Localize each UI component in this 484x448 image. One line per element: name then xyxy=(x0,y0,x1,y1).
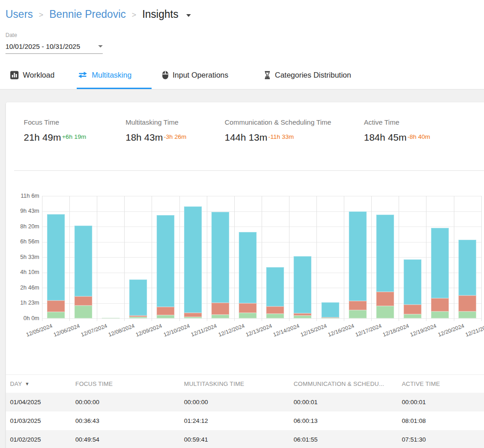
date-range-value: 10/01/2025 - 10/31/2025 xyxy=(5,42,80,50)
chevron-right-icon: > xyxy=(39,11,43,20)
daily-times-table: DAY▼FOCUS TIMEMULTITASKING TIMECOMMUNICA… xyxy=(6,374,484,448)
tab-categories-distribution[interactable]: Categories Distribution xyxy=(264,68,351,82)
column-header-label: DAY xyxy=(10,380,22,387)
bar-segment-focus[interactable] xyxy=(239,313,257,318)
bar-segment-communication[interactable] xyxy=(47,214,65,300)
bar-segment-focus[interactable] xyxy=(294,316,311,318)
bar-segment-focus[interactable] xyxy=(349,310,367,318)
tab-label: Multitasking xyxy=(92,71,132,79)
bar-segment-communication[interactable] xyxy=(458,240,476,295)
bar-segment-focus[interactable] xyxy=(47,312,65,318)
bar-segment-focus[interactable] xyxy=(184,317,202,318)
bar-segment-multitasking[interactable] xyxy=(157,307,174,315)
bar-segment-focus[interactable] xyxy=(129,317,147,318)
bar-segment-communication[interactable] xyxy=(431,228,449,298)
column-header-day[interactable]: DAY▼ xyxy=(10,380,75,387)
bar-segment-communication[interactable] xyxy=(294,256,311,313)
bar-segment-focus[interactable] xyxy=(431,311,449,318)
summary-card-value: 18h 43m xyxy=(126,132,163,142)
tab-workload[interactable]: Workload xyxy=(10,68,54,82)
breadcrumb-users-link[interactable]: Users xyxy=(5,8,33,21)
breadcrumb-user-link[interactable]: Bennie Predovic xyxy=(49,8,126,21)
bar-segment-multitasking[interactable] xyxy=(431,298,449,311)
column-header-label: COMMUNICATION & SCHEDU... xyxy=(294,380,384,387)
chevron-down-icon xyxy=(98,45,103,47)
column-header-active-time[interactable]: ACTIVE TIME xyxy=(402,380,484,387)
column-header-focus-time[interactable]: FOCUS TIME xyxy=(75,380,184,387)
cell-day: 01/03/2025 xyxy=(10,417,75,424)
summary-card-delta: -8h 40m xyxy=(407,133,430,140)
bar-segment-multitasking[interactable] xyxy=(211,303,229,315)
bar-segment-multitasking[interactable] xyxy=(294,313,311,316)
bar-segment-multitasking[interactable] xyxy=(239,303,257,313)
table-row: 01/04/202500:00:0000:00:0000:00:0100:00:… xyxy=(6,393,484,411)
bar-segment-communication[interactable] xyxy=(211,212,229,303)
insights-page: Users > Bennie Predovic > Insights Date … xyxy=(0,0,484,448)
tab-label: Categories Distribution xyxy=(275,71,351,79)
cell-time-value: 08:01:08 xyxy=(402,417,484,424)
summary-card-label: Communication & Scheduling Time xyxy=(225,118,331,126)
bar-segment-focus[interactable] xyxy=(376,306,394,318)
bar-segment-multitasking[interactable] xyxy=(47,300,65,312)
bar-segment-multitasking[interactable] xyxy=(404,305,421,314)
column-header-label: MULTITASKING TIME xyxy=(184,380,244,387)
bar-segment-multitasking[interactable] xyxy=(129,316,147,317)
bar-segment-communication[interactable] xyxy=(321,302,339,317)
bar-segment-communication[interactable] xyxy=(404,259,421,305)
hourglass-icon xyxy=(264,71,271,79)
tab-label: Input Operations xyxy=(173,71,228,79)
summary-card-value: 184h 45m xyxy=(364,132,406,142)
bar-segment-communication[interactable] xyxy=(157,215,174,307)
summary-card-value: 144h 13m xyxy=(225,132,267,142)
bar-segment-focus[interactable] xyxy=(74,306,92,318)
summary-card-label: Focus Time xyxy=(24,118,86,126)
table-header-row: DAY▼FOCUS TIMEMULTITASKING TIMECOMMUNICA… xyxy=(6,374,484,393)
summary-card-label: Multitasking Time xyxy=(126,118,186,126)
bar-segment-multitasking[interactable] xyxy=(376,292,394,306)
summary-card-value: 21h 49m xyxy=(24,132,61,142)
bar-segment-multitasking[interactable] xyxy=(321,317,339,318)
bar-segment-communication[interactable] xyxy=(74,226,92,296)
column-header-communication-schedu-[interactable]: COMMUNICATION & SCHEDU... xyxy=(294,380,402,387)
bar-segment-focus[interactable] xyxy=(211,315,229,318)
cell-time-value: 06:01:55 xyxy=(294,436,402,443)
bar-segment-communication[interactable] xyxy=(184,206,202,313)
bar-segment-multitasking[interactable] xyxy=(184,313,202,317)
bar-segment-focus[interactable] xyxy=(266,314,284,318)
column-header-multitasking-time[interactable]: MULTITASKING TIME xyxy=(184,380,294,387)
summary-card: Focus Time21h 49m+6h 19m xyxy=(24,118,86,143)
date-filter-label: Date xyxy=(5,32,103,38)
bar-segment-focus[interactable] xyxy=(458,311,476,318)
bar-segment-multitasking[interactable] xyxy=(458,295,476,311)
bar-segment-communication[interactable] xyxy=(349,211,367,301)
bar-segment-multitasking[interactable] xyxy=(266,306,284,314)
tab-label: Workload xyxy=(23,71,54,79)
bar-segment-communication[interactable] xyxy=(129,279,147,316)
bar-segment-multitasking[interactable] xyxy=(74,296,92,306)
bar-segment-communication[interactable] xyxy=(266,267,284,306)
cell-time-value: 00:36:43 xyxy=(75,417,184,424)
cell-day: 01/02/2025 xyxy=(10,436,75,443)
bar-segment-multitasking[interactable] xyxy=(349,301,367,310)
bar-segment-focus[interactable] xyxy=(321,318,339,318)
summary-card: Communication & Scheduling Time144h 13m-… xyxy=(225,118,331,143)
date-range-select[interactable]: 10/01/2025 - 10/31/2025 xyxy=(5,42,103,54)
tab-input-operations[interactable]: Input Operations xyxy=(162,68,228,82)
breadcrumb-current-page: Insights xyxy=(142,8,178,21)
tab-multitasking[interactable]: Multitasking xyxy=(78,68,132,82)
bar-segment-communication[interactable] xyxy=(376,215,394,292)
cell-time-value: 00:59:41 xyxy=(184,436,294,443)
bar-segment-focus[interactable] xyxy=(157,315,174,318)
insights-dropdown-caret-icon[interactable] xyxy=(186,14,191,17)
cell-time-value: 00:00:01 xyxy=(402,399,484,406)
cell-time-value: 01:24:12 xyxy=(184,417,294,424)
cell-time-value: 00:00:00 xyxy=(75,399,184,406)
cell-time-value: 06:00:13 xyxy=(294,417,402,424)
date-filter: Date 10/01/2025 - 10/31/2025 xyxy=(5,32,103,54)
bar-segment-focus[interactable] xyxy=(404,314,421,318)
summary-card: Active Time184h 45m-8h 40m xyxy=(364,118,430,143)
mouse-icon xyxy=(162,71,168,79)
bar-segment-communication[interactable] xyxy=(239,232,257,303)
bar-segment-focus[interactable] xyxy=(102,318,120,318)
table-row: 01/03/202500:36:4301:24:1206:00:1308:01:… xyxy=(6,411,484,430)
